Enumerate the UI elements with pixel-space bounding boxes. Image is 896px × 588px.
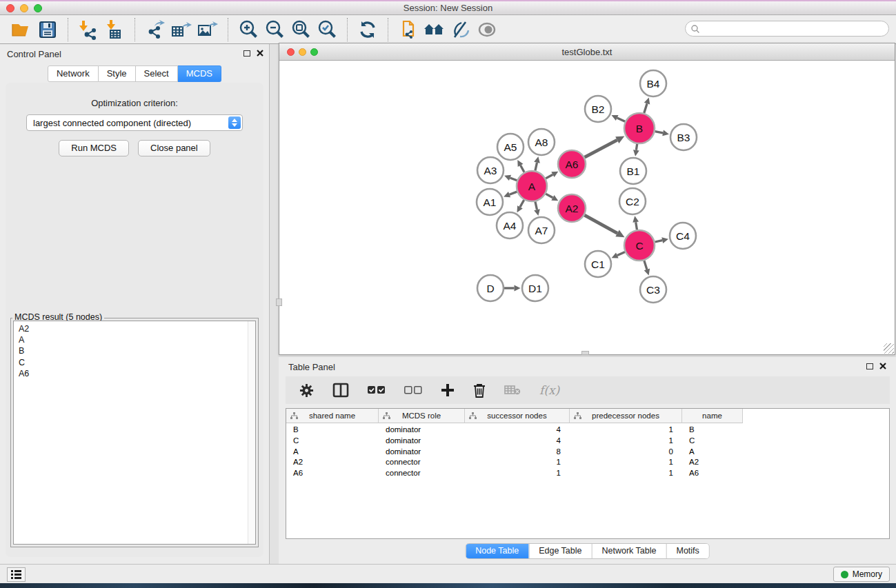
import-network-icon[interactable] [77, 19, 100, 41]
table-tab-network-table[interactable]: Network Table [592, 544, 666, 558]
table-cell[interactable]: A6 [286, 468, 379, 479]
tab-select[interactable]: Select [136, 65, 178, 82]
column-header-mcds-role[interactable]: MCDS role [379, 409, 465, 423]
network-edge-A-A4[interactable] [520, 200, 524, 207]
cybrowser-home-icon[interactable] [423, 19, 446, 41]
table-cell[interactable]: A [682, 447, 743, 458]
deselect-all-icon[interactable] [404, 386, 422, 395]
close-panel-button[interactable]: Close panel [138, 140, 210, 156]
table-cell[interactable]: 4 [465, 436, 570, 447]
network-edge-A-A5[interactable] [521, 165, 524, 172]
table-cell[interactable]: A [286, 447, 379, 458]
table-cell[interactable]: connector [379, 457, 465, 468]
clone-network-icon[interactable] [397, 19, 420, 41]
minimize-window-button[interactable] [20, 4, 28, 12]
close-table-panel-icon[interactable] [879, 363, 886, 369]
zoom-selected-icon[interactable] [315, 19, 339, 41]
table-tab-motifs[interactable]: Motifs [666, 544, 708, 558]
network-edge-A-A6[interactable] [546, 174, 552, 179]
select-all-icon[interactable] [368, 386, 386, 395]
table-cell[interactable]: 4 [465, 425, 570, 436]
network-edge-A-A2[interactable] [546, 194, 552, 198]
network-close-button[interactable] [287, 48, 295, 56]
table-cell[interactable]: A6 [682, 468, 743, 479]
network-edge-C-C1[interactable] [617, 252, 625, 255]
network-edge-A6-B[interactable] [585, 140, 617, 157]
result-scrollbar[interactable] [248, 321, 255, 544]
table-cell[interactable]: 1 [570, 468, 682, 479]
hide-annotations-icon[interactable] [449, 19, 472, 41]
float-table-panel-icon[interactable] [866, 363, 873, 369]
show-columns-icon[interactable] [332, 383, 349, 398]
network-edge-B-B1[interactable] [636, 144, 637, 150]
table-cell[interactable]: A2 [286, 457, 379, 468]
table-cell[interactable]: A2 [682, 457, 743, 468]
table-cell[interactable]: C [682, 436, 743, 447]
table-cell[interactable]: 1 [570, 457, 682, 468]
zoom-in-icon[interactable] [237, 19, 260, 41]
save-session-icon[interactable] [36, 19, 59, 41]
refresh-layout-icon[interactable] [356, 19, 379, 41]
table-cell[interactable]: 1 [570, 425, 682, 436]
export-network-icon[interactable] [143, 19, 167, 41]
column-header-name[interactable]: name [682, 409, 743, 423]
show-graphics-eye-icon[interactable] [475, 19, 499, 41]
tab-style[interactable]: Style [99, 65, 136, 82]
network-edge-C-C3[interactable] [644, 261, 647, 270]
search-input[interactable] [700, 23, 888, 35]
vertical-splitter-handle[interactable] [276, 298, 282, 306]
function-builder-icon[interactable]: f(x) [539, 383, 559, 397]
close-window-button[interactable] [6, 4, 14, 12]
tab-mcds[interactable]: MCDS [178, 65, 221, 82]
mcds-result-item[interactable]: B [19, 345, 255, 356]
import-table-icon[interactable] [103, 19, 126, 41]
zoom-window-button[interactable] [34, 4, 42, 12]
table-cell[interactable]: connector [379, 468, 465, 479]
table-row[interactable]: Bdominator41B [286, 425, 889, 436]
network-edge-B-B4[interactable] [644, 103, 647, 113]
mcds-result-item[interactable]: C [19, 357, 255, 368]
table-row[interactable]: Adominator80A [286, 447, 889, 458]
tab-network[interactable]: Network [48, 65, 99, 82]
column-header-successor-nodes[interactable]: successor nodes [465, 409, 570, 423]
network-canvas[interactable]: AA1A3A4A5A6A7A8A2BB1B2B3B4CC1C2C3C4DD1 [279, 61, 895, 354]
table-settings-gear-icon[interactable] [299, 383, 314, 398]
close-panel-icon[interactable] [257, 50, 263, 57]
open-session-icon[interactable] [10, 19, 33, 41]
table-cell[interactable]: 1 [465, 457, 570, 468]
table-cell[interactable]: 1 [570, 436, 682, 447]
table-row[interactable]: A2connector11A2 [286, 457, 889, 468]
resize-grip[interactable] [884, 343, 894, 354]
network-edge-A-A1[interactable] [510, 192, 517, 194]
network-edge-A2-C[interactable] [584, 215, 617, 233]
mcds-result-list[interactable]: A2ABCA6 [13, 321, 256, 545]
network-edge-A-A7[interactable] [535, 201, 537, 210]
memory-button[interactable]: Memory [833, 567, 890, 582]
mcds-result-item[interactable]: A [19, 334, 255, 345]
table-row[interactable]: A6connector11A6 [286, 468, 889, 479]
export-image-icon[interactable] [196, 19, 219, 41]
network-edge-A-A3[interactable] [510, 178, 517, 181]
table-cell[interactable]: B [286, 425, 379, 436]
delete-column-trash-icon[interactable] [473, 383, 486, 398]
search-box[interactable] [685, 21, 889, 37]
table-cell[interactable]: 8 [465, 447, 570, 458]
mcds-result-item[interactable]: A6 [19, 368, 255, 379]
table-cell[interactable]: dominator [379, 447, 465, 458]
network-edge-B-B2[interactable] [617, 118, 626, 121]
network-minimize-button[interactable] [299, 48, 306, 56]
table-cell[interactable]: C [286, 436, 379, 447]
mcds-result-item[interactable]: A2 [19, 323, 255, 334]
zoom-fit-icon[interactable] [289, 19, 312, 41]
network-edge-B-B3[interactable] [655, 132, 664, 133]
table-tab-edge-table[interactable]: Edge Table [528, 544, 591, 558]
network-edge-C-C4[interactable] [655, 241, 662, 242]
delete-table-icon[interactable] [504, 385, 521, 396]
table-row[interactable]: Cdominator41C [286, 436, 889, 447]
column-header-shared-name[interactable]: shared name [286, 409, 379, 423]
table-tab-node-table[interactable]: Node Table [466, 544, 528, 558]
table-cell[interactable]: dominator [379, 436, 465, 447]
table-cell[interactable]: dominator [379, 425, 465, 436]
horizontal-splitter-handle[interactable] [581, 351, 589, 355]
float-panel-icon[interactable] [243, 50, 250, 57]
